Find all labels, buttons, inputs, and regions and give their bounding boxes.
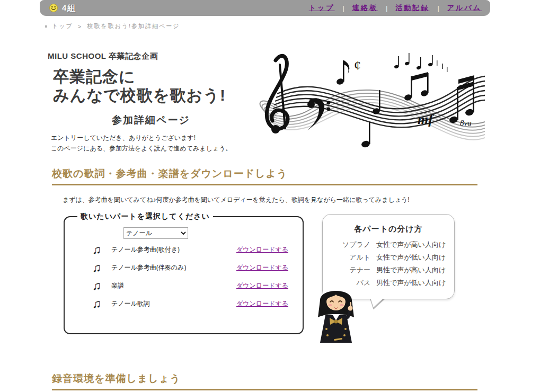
cut-time-mark: ¢ xyxy=(354,58,361,73)
class-badge: 4組 xyxy=(49,3,76,13)
character-button xyxy=(343,334,346,336)
character-button xyxy=(325,328,327,330)
character-pointing-finger xyxy=(350,302,351,308)
download-link-instrumental[interactable]: ダウンロードする xyxy=(236,263,288,272)
part-guide-row-alto: アルト 女性で声が低い人向け xyxy=(330,253,447,262)
music-note-icon: ♫ xyxy=(92,298,111,310)
download-row-score: ♫ 楽譜 ダウンロードする xyxy=(92,277,293,295)
download-item-label: テノール歌詞 xyxy=(111,299,236,308)
page-title: 卒業記念に みんなで校歌を歌おう! xyxy=(53,67,226,104)
page: 4組 トップ | 連絡板 | 活動記録 | アルバム トップ > 校歌を歌おう!… xyxy=(0,0,540,392)
nav-separator: | xyxy=(343,4,344,12)
part-guide-title: 各パートの分け方 xyxy=(330,224,447,234)
download-link-lyrics[interactable]: ダウンロードする xyxy=(236,299,288,308)
hero-intro-line2: このページにある、参加方法をよく読んで進めてみましょう。 xyxy=(51,144,232,154)
hero-intro-text: エントリーしていただき、ありがとうございます! このページにある、参加方法をよく… xyxy=(51,133,232,154)
character-blush-left xyxy=(329,304,332,306)
part-description: 男性で声が高い人向け xyxy=(376,265,446,275)
recording-section-heading: 録音環境を準備しましょう xyxy=(52,372,477,390)
character-button xyxy=(344,328,347,330)
download-section-heading: 校歌の歌詞・参考曲・楽譜をダウンロードしよう xyxy=(52,167,477,185)
smiley-icon xyxy=(49,4,58,12)
hero-intro-line1: エントリーしていただき、ありがとうございます! xyxy=(51,133,232,144)
part-description: 女性で声が低い人向け xyxy=(376,253,446,262)
page-title-line2: みんなで校歌を歌おう! xyxy=(53,86,226,104)
top-navigation: トップ | 連絡板 | 活動記録 | アルバム xyxy=(309,0,482,16)
nav-link-activity-log[interactable]: 活動記録 xyxy=(395,3,429,13)
download-item-label: 楽譜 xyxy=(111,281,236,290)
part-select-dropdown[interactable]: テノール xyxy=(123,227,188,239)
download-item-label: テノール参考曲(歌付き) xyxy=(111,245,236,254)
part-name: テナー xyxy=(330,265,370,275)
breadcrumb-current: 校歌を歌おう!参加詳細ページ xyxy=(87,22,180,30)
character-blush-right xyxy=(340,304,344,306)
download-item-label: テノール参考曲(伴奏のみ) xyxy=(111,263,236,272)
part-selection-legend: 歌いたいパートを選択してください xyxy=(77,212,213,221)
hero-eyebrow: MILU SCHOOL 卒業記念企画 xyxy=(48,51,158,61)
part-selection-box: 歌いたいパートを選択してください テノール ♫ テノール参考曲(歌付き) ダウン… xyxy=(64,212,304,334)
music-note-icon: ♫ xyxy=(92,262,111,274)
bass-clef-icon xyxy=(307,98,330,130)
nav-link-album[interactable]: アルバム xyxy=(447,3,482,13)
breadcrumb-bullet-icon xyxy=(45,25,47,28)
character-button xyxy=(326,334,329,336)
nav-link-board[interactable]: 連絡板 xyxy=(352,3,378,13)
breadcrumb-separator: > xyxy=(78,23,82,30)
guide-character-avatar xyxy=(314,284,359,344)
breadcrumb: トップ > 校歌を歌おう!参加詳細ページ xyxy=(45,22,180,30)
part-description: 男性で声が低い人向け xyxy=(376,278,446,288)
nav-link-top[interactable]: トップ xyxy=(309,3,335,13)
part-guide-row-tenor: テナー 男性で声が高い人向け xyxy=(330,265,447,275)
dynamics-mark: mf xyxy=(418,112,434,127)
download-link-score[interactable]: ダウンロードする xyxy=(236,281,288,290)
nav-separator: | xyxy=(386,4,387,12)
part-name: アルト xyxy=(330,253,370,262)
part-name: ソプラノ xyxy=(330,240,370,250)
breadcrumb-home-link[interactable]: トップ xyxy=(52,22,73,30)
page-title-line1: 卒業記念に xyxy=(53,67,226,86)
part-guide-row-soprano: ソプラノ 女性で声が高い人向け xyxy=(330,240,447,250)
download-section-description: まずは、参考曲を聞いてみてね♪何度か参考曲を聞いてメロディーを覚えたら、歌詞を見… xyxy=(63,195,410,204)
bubble-tail xyxy=(368,293,386,308)
nav-separator: | xyxy=(437,4,439,12)
music-notes-decoration: mf ¢ 8va xyxy=(248,49,485,159)
part-description: 女性で声が高い人向け xyxy=(376,240,446,250)
download-row-instrumental: ♫ テノール参考曲(伴奏のみ) ダウンロードする xyxy=(92,259,293,277)
page-subtitle: 参加詳細ページ xyxy=(53,113,249,127)
download-link-vocal[interactable]: ダウンロードする xyxy=(236,245,288,254)
class-name: 4組 xyxy=(62,3,76,13)
octave-mark: 8va xyxy=(460,119,472,127)
character-bow-knot xyxy=(334,320,338,324)
download-row-lyrics: ♫ テノール歌詞 ダウンロードする xyxy=(92,295,293,313)
top-header-bar: 4組 トップ | 連絡板 | 活動記録 | アルバム xyxy=(40,0,490,16)
music-note-icon: ♫ xyxy=(92,280,111,292)
download-row-vocal: ♫ テノール参考曲(歌付き) ダウンロードする xyxy=(92,240,293,259)
music-note-icon: ♫ xyxy=(92,244,111,256)
